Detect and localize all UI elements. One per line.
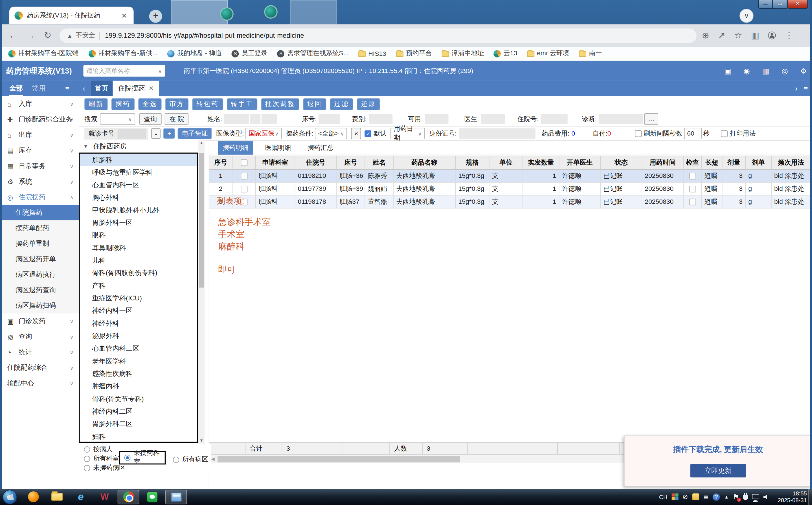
sidebar-item-ward-return-query[interactable]: 病区退药查询 bbox=[0, 282, 79, 298]
search-select[interactable]: ∨ bbox=[100, 113, 135, 125]
sidebar-item-dispense-order[interactable]: 摆药单配药 bbox=[0, 220, 79, 236]
radio-all-wards[interactable]: 所有病区 bbox=[173, 455, 208, 464]
diag-input[interactable] bbox=[599, 114, 644, 124]
col-seq[interactable]: 序号 bbox=[209, 156, 233, 170]
col-dose[interactable]: 剂量 bbox=[722, 156, 746, 170]
dept-item[interactable]: 神经外科 bbox=[80, 317, 197, 330]
update-now-button[interactable]: 立即更新 bbox=[690, 464, 746, 477]
bookmark-item[interactable]: S需求管理在线系统S... bbox=[277, 49, 349, 58]
col-check[interactable]: 检查 bbox=[684, 156, 702, 170]
bookmark-item[interactable]: 耗材采购平台-新供... bbox=[88, 49, 157, 58]
sidebar-group-delivery-center[interactable]: 输配中心∨ bbox=[0, 376, 79, 391]
default-checkbox[interactable]: ✓ bbox=[365, 130, 372, 137]
side-panel-icon[interactable]: ▥ bbox=[751, 30, 759, 41]
show-desktop-button[interactable] bbox=[808, 489, 812, 505]
sidebar-group-inpatient-dispense[interactable]: ◎住院摆药∧ bbox=[0, 189, 79, 205]
dept-item[interactable]: 心血管内科二区 bbox=[80, 342, 197, 355]
visit-card-input[interactable] bbox=[118, 129, 146, 138]
dept-item[interactable]: 重症医学科(ICU) bbox=[80, 292, 197, 305]
insurance-select[interactable]: 国家医保∨ bbox=[245, 128, 281, 139]
tab-order-detail[interactable]: 医嘱明细 bbox=[260, 141, 296, 155]
dept-item[interactable]: 胃肠外科一区 bbox=[80, 217, 197, 229]
scrollbar-thumb[interactable] bbox=[218, 456, 460, 463]
profile-avatar-icon[interactable] bbox=[768, 31, 776, 39]
menu-kebab-icon[interactable]: ⋮ bbox=[785, 30, 793, 41]
visit-card-field[interactable]: 就诊卡号 bbox=[84, 127, 148, 139]
bookmark-star-icon[interactable]: ☆ bbox=[734, 30, 742, 41]
sidebar-group-statistics[interactable]: ◔统计∨ bbox=[0, 344, 79, 360]
menu-tab-common[interactable]: 常用 bbox=[32, 84, 46, 93]
avail-input[interactable] bbox=[425, 114, 449, 124]
prohibit-icon[interactable]: ⊘ bbox=[682, 493, 688, 501]
dept-list-scrollbar[interactable]: ▲ ▼ bbox=[198, 140, 205, 444]
scrollbar-thumb[interactable] bbox=[199, 153, 204, 288]
sidebar-group-outpatient-dispense[interactable]: ✚门诊配药综合业务∨ bbox=[0, 112, 79, 127]
col-checkbox[interactable] bbox=[232, 156, 256, 170]
batch-adjust-button[interactable]: 批次调整 bbox=[261, 98, 299, 110]
refresh-button[interactable]: 刷新 bbox=[84, 98, 108, 110]
ime-grid-icon[interactable] bbox=[672, 493, 678, 500]
col-name[interactable]: 姓名 bbox=[365, 156, 393, 170]
condition-select[interactable]: <全部>∨ bbox=[315, 128, 347, 139]
fee-input[interactable] bbox=[369, 114, 392, 124]
page-tab-current[interactable]: 住院摆药✕ bbox=[113, 80, 159, 96]
share-icon[interactable]: ↗ bbox=[718, 30, 725, 41]
radio-by-patient[interactable]: 按病人 bbox=[84, 445, 113, 454]
dept-item[interactable]: 耳鼻咽喉科 bbox=[80, 242, 197, 255]
list-tool-icon[interactable]: ≣ bbox=[703, 493, 709, 501]
dept-item[interactable]: 儿科 bbox=[80, 255, 197, 267]
table-row[interactable]: 2 肛肠科 01197739 肛肠+39 魏丽娟 夫西地酸乳膏 15g*0.3g… bbox=[209, 183, 811, 196]
bookmark-folder[interactable]: emr 云环境 bbox=[527, 49, 569, 58]
header-checkbox[interactable] bbox=[241, 159, 247, 166]
radio-selected-icon[interactable] bbox=[124, 455, 131, 461]
in-hospital-button[interactable]: 在 院 bbox=[165, 113, 189, 125]
name-input2[interactable] bbox=[250, 114, 260, 124]
page-tab-home[interactable]: 首页 bbox=[91, 80, 112, 96]
close-button[interactable]: ✕ bbox=[787, 0, 808, 9]
dept-item[interactable]: 骨科(骨关节专科) bbox=[80, 393, 197, 405]
radio-icon[interactable] bbox=[84, 465, 90, 471]
dept-item[interactable]: 骨科(骨四肢创伤专科) bbox=[80, 267, 197, 280]
col-dose-unit[interactable]: 剂单 bbox=[746, 156, 772, 170]
dept-item[interactable]: 神经内科一区 bbox=[80, 305, 197, 317]
taskbar-app-green[interactable] bbox=[141, 490, 163, 504]
taskbar-app-explorer[interactable] bbox=[46, 490, 68, 504]
col-drug[interactable]: 药品名称 bbox=[393, 156, 456, 170]
browser-tab[interactable]: 药房系统(V13) - 住院摆药 ✕ bbox=[9, 7, 134, 24]
col-doctor[interactable]: 开单医生 bbox=[559, 156, 601, 170]
reload-icon[interactable]: ↻ bbox=[44, 30, 51, 41]
col-frequency[interactable]: 频次用法 bbox=[772, 156, 811, 170]
dept-item[interactable]: 甲状腺乳腺外科小儿外 bbox=[80, 204, 197, 217]
zoom-icon[interactable]: ⊕ bbox=[702, 30, 709, 41]
chevron-right-icon[interactable]: › bbox=[795, 84, 798, 93]
col-term[interactable]: 长短 bbox=[702, 156, 722, 170]
bookmark-item[interactable]: 云13 bbox=[494, 49, 517, 58]
tab-dispense-summary[interactable]: 摆药汇总 bbox=[303, 141, 338, 155]
dept-item[interactable]: 心血管内科一区 bbox=[80, 179, 197, 192]
help-icon[interactable]: ? bbox=[713, 493, 720, 500]
id-number-input[interactable] bbox=[459, 128, 536, 139]
sidebar-item-dispense-remake[interactable]: 摆药单重制 bbox=[0, 236, 79, 251]
taskbar-app-bluewin[interactable] bbox=[165, 490, 187, 504]
sidebar-group-daily[interactable]: ▦日常事务∨ bbox=[0, 158, 79, 174]
col-spec[interactable]: 规格 bbox=[456, 156, 489, 170]
maximize-button[interactable]: ▭ bbox=[773, 0, 787, 9]
radio-undispensed-ward[interactable]: 未摆药病区 bbox=[84, 464, 126, 472]
bookmark-item[interactable]: 耗材采购平台-医院端 bbox=[8, 49, 79, 58]
return-button[interactable]: 退回 bbox=[303, 98, 326, 110]
bookmark-folder[interactable]: HIS13 bbox=[358, 50, 386, 57]
back-icon[interactable]: ← bbox=[9, 30, 17, 41]
dept-item[interactable]: 胃肠外科二区 bbox=[80, 418, 197, 431]
radio-icon[interactable] bbox=[173, 457, 179, 463]
taskbar-app-orange[interactable] bbox=[22, 490, 44, 504]
address-bar[interactable]: ▲ 不安全 199.9.129.29:8000/his-yf/app/#/hos… bbox=[60, 28, 697, 42]
print-usage-checkbox[interactable] bbox=[721, 130, 728, 137]
to-package-button[interactable]: 转包药 bbox=[192, 98, 223, 110]
tab-list-icon[interactable]: ≡ bbox=[804, 84, 808, 93]
url-text[interactable]: 199.9.129.29:8000/his-yf/app/#/hospital-… bbox=[105, 31, 304, 39]
hospno-input[interactable] bbox=[541, 114, 567, 124]
table-row[interactable]: 3 肛肠科 01198178 肛肠37 董智磊 夫西地酸乳膏 15g*0.3g … bbox=[209, 196, 811, 208]
sidebar-group-inbound[interactable]: ⌂入库∨ bbox=[0, 96, 79, 112]
bookmark-folder[interactable]: 南一 bbox=[579, 49, 602, 58]
review-button[interactable]: 审方 bbox=[165, 98, 189, 110]
